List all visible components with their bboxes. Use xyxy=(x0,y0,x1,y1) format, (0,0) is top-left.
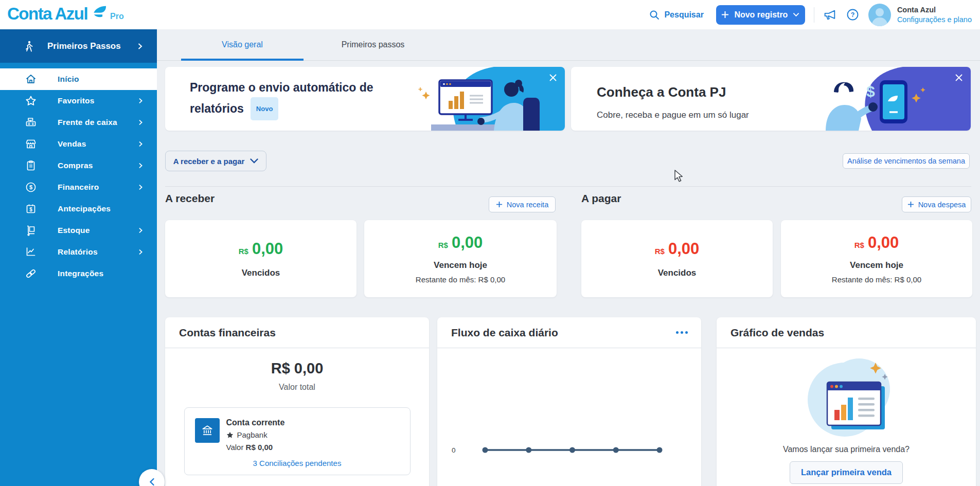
amount: R$0,00 xyxy=(854,233,899,252)
svg-text:0: 0 xyxy=(452,446,456,454)
new-record-button[interactable]: Novo registro xyxy=(716,5,805,25)
panel-title: Gráfico de vendas xyxy=(730,327,824,339)
sales-empty-text: Vamos lançar sua primeira venda? xyxy=(774,444,918,455)
search-button[interactable]: Pesquisar xyxy=(649,10,703,20)
cash-register-icon xyxy=(25,116,37,129)
sidebar-item-integracoes[interactable]: Integrações xyxy=(0,263,157,284)
amount: R$0,00 xyxy=(438,233,483,252)
sidebar-item-vendas[interactable]: Vendas xyxy=(0,133,157,155)
plan-badge: Pro xyxy=(110,12,124,21)
reconciliations-link[interactable]: 3 Conciliações pendentes xyxy=(185,459,410,467)
sidebar-item-inicio[interactable]: Início xyxy=(0,68,157,90)
scope-filter-dropdown[interactable]: A receber e a pagar xyxy=(165,151,266,171)
sidebar: Primeiros Passos Início Favoritos xyxy=(0,29,157,486)
sidebar-item-frente-de-caixa[interactable]: Frente de caixa xyxy=(0,112,157,133)
account-bank: Pagbank xyxy=(226,430,285,439)
new-revenue-button[interactable]: Nova receita xyxy=(489,196,556,212)
walking-person-icon xyxy=(23,40,35,52)
due-analysis-button[interactable]: Análise de vencimentos da semana xyxy=(843,153,970,169)
header-divider xyxy=(814,7,814,23)
tab-visao-geral[interactable]: Visão geral xyxy=(181,29,304,60)
home-icon xyxy=(25,73,37,85)
svg-text:$: $ xyxy=(866,83,875,100)
settings-plan-link[interactable]: Configurações e plano xyxy=(897,15,972,24)
close-icon xyxy=(955,74,963,82)
chevron-left-icon xyxy=(149,478,155,486)
financial-accounts-panel: Contas financeiras R$ 0,00 Valor total C… xyxy=(165,317,429,486)
new-badge: Novo xyxy=(251,97,279,120)
sidebar-item-relatorios[interactable]: Relatórios xyxy=(0,241,157,263)
star-icon xyxy=(25,95,37,107)
brand-logo[interactable]: Conta Azul Pro xyxy=(7,5,124,23)
reports-illustration xyxy=(411,67,565,131)
link-icon xyxy=(25,267,37,280)
chevron-right-icon xyxy=(138,227,144,233)
payables-title: A pagar xyxy=(581,192,621,205)
sidebar-item-favoritos[interactable]: Favoritos xyxy=(0,90,157,112)
chevron-right-icon xyxy=(138,249,144,255)
new-expense-button[interactable]: Nova despesa xyxy=(902,196,971,212)
amount: R$0,00 xyxy=(655,240,700,258)
payables-due-today-card[interactable]: R$0,00 Vencem hoje Restante do mês: R$ 0… xyxy=(781,220,972,297)
plus-icon xyxy=(721,11,729,19)
plus-icon xyxy=(907,201,914,208)
banner-pj-close-button[interactable] xyxy=(952,71,966,84)
help-button[interactable]: ? xyxy=(846,8,860,22)
plus-icon xyxy=(496,201,503,208)
account-value: Valor R$ 0,00 xyxy=(226,443,285,452)
cashflow-chart: 0 xyxy=(437,348,701,486)
dollar-circle-icon: $ xyxy=(25,181,37,193)
banner-conta-pj: Conheça a Conta PJ Cobre, receba e pague… xyxy=(571,67,971,131)
card-label: Vencem hoje xyxy=(434,260,487,271)
receivables-overdue-card[interactable]: R$0,00 Vencidos xyxy=(165,220,357,297)
banner-pj-subtitle: Cobre, receba e pague em um só lugar xyxy=(597,110,749,120)
daily-cashflow-panel: Fluxo de caixa diário 0 xyxy=(437,317,701,486)
chevron-right-icon xyxy=(138,141,144,147)
chevron-right-icon xyxy=(137,43,144,50)
accounts-total-label: Valor total xyxy=(165,383,429,392)
sidebar-item-compras[interactable]: Compras xyxy=(0,155,157,176)
bank-icon xyxy=(195,418,220,443)
sales-chart-panel: Gráfico de vendas xyxy=(717,317,976,486)
accounts-total-value: R$ 0,00 xyxy=(165,360,429,377)
panel-menu-button[interactable] xyxy=(676,331,688,334)
receivables-due-today-card[interactable]: R$0,00 Vencem hoje Restante do mês: R$ 0… xyxy=(364,220,557,297)
account-menu[interactable]: Conta Azul Configurações e plano xyxy=(868,4,972,26)
svg-text:$: $ xyxy=(29,184,32,190)
section-divider xyxy=(165,186,971,187)
account-name: Conta corrente xyxy=(226,418,285,427)
banner-pj-title: Conheça a Conta PJ xyxy=(597,84,726,100)
store-icon xyxy=(25,138,37,150)
sidebar-item-primeiros-passos[interactable]: Primeiros Passos xyxy=(0,29,157,63)
megaphone-icon xyxy=(823,8,837,22)
banner-reports-close-button[interactable] xyxy=(546,71,560,84)
clipboard-icon xyxy=(25,159,37,172)
search-icon xyxy=(649,10,660,20)
bank-account-card[interactable]: Conta corrente Pagbank Valor R$ 0,00 3 C… xyxy=(184,407,411,475)
tab-primeiros-passos[interactable]: Primeiros passos xyxy=(314,29,432,60)
svg-text:?: ? xyxy=(851,11,855,19)
search-label: Pesquisar xyxy=(664,10,703,20)
sidebar-item-estoque[interactable]: Estoque xyxy=(0,220,157,241)
receivables-title: A receber xyxy=(165,192,215,205)
app-header: Conta Azul Pro Pesquisar Novo registro xyxy=(0,0,980,29)
chevron-right-icon xyxy=(138,163,144,169)
chevron-right-icon xyxy=(138,98,144,104)
question-circle-icon: ? xyxy=(846,8,860,22)
chevron-right-icon xyxy=(138,119,144,125)
card-sublabel: Restante do mês: R$ 0,00 xyxy=(832,275,921,284)
first-sale-button[interactable]: Lançar primeira venda xyxy=(790,461,903,484)
announcements-button[interactable] xyxy=(823,8,837,22)
banner-reports: Programe o envio automático de relatório… xyxy=(165,67,565,131)
panel-title: Fluxo de caixa diário xyxy=(451,327,558,339)
sidebar-item-financeiro[interactable]: $ Financeiro xyxy=(0,176,157,198)
avatar xyxy=(868,4,891,26)
calendar-dollar-icon: $ xyxy=(25,203,37,215)
svg-text:$: $ xyxy=(29,207,32,212)
logo-leaf-icon xyxy=(92,5,106,21)
card-label: Vencidos xyxy=(242,268,280,278)
banner-reports-title: Programe o envio automático de relatório… xyxy=(190,78,416,120)
sidebar-item-antecipacoes[interactable]: $ Antecipações xyxy=(0,198,157,220)
payables-overdue-card[interactable]: R$0,00 Vencidos xyxy=(581,220,773,297)
account-name: Conta Azul xyxy=(897,6,972,14)
